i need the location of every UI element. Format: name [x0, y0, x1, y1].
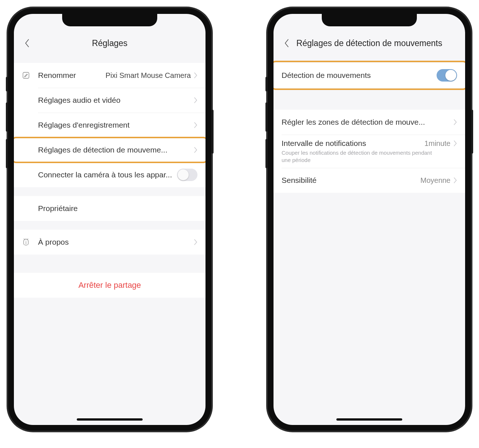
chevron-right-icon — [194, 122, 197, 128]
back-button[interactable] — [22, 38, 32, 48]
row-value: 1minute — [425, 139, 450, 148]
side-button — [211, 110, 214, 154]
row-motion-detection[interactable]: Réglages de détection de mouveme... — [14, 138, 205, 162]
page-title: Réglages de détection de mouvements — [278, 38, 461, 48]
row-label: Propriétaire — [38, 204, 197, 213]
phone-frame-left: Réglages Renommer Pixi Smart Mouse Camer… — [7, 7, 212, 432]
chevron-right-icon — [194, 147, 197, 153]
motion-settings-group: Régler les zones de détection de mouve..… — [274, 110, 465, 193]
chevron-left-icon — [284, 39, 289, 48]
chevron-right-icon — [453, 177, 457, 184]
row-label: Réglages audio et vidéo — [38, 96, 194, 105]
row-motion-toggle: Détection de mouvements — [274, 63, 465, 88]
home-indicator[interactable] — [77, 418, 143, 421]
row-label: Intervalle de notifications — [282, 139, 425, 148]
row-rename[interactable]: Renommer Pixi Smart Mouse Camera — [14, 63, 205, 88]
svg-rect-0 — [23, 72, 29, 79]
row-label: Sensibilité — [282, 176, 420, 185]
toggle-motion-detection[interactable] — [437, 69, 457, 82]
row-label: Réglages d'enregistrement — [38, 121, 194, 129]
row-subtitle: Couper les notifications de détection de… — [282, 149, 457, 163]
stop-sharing-label: Arrêter le partage — [78, 281, 141, 290]
chevron-right-icon — [453, 119, 457, 125]
row-label: À propos — [38, 238, 194, 246]
side-button — [6, 102, 8, 132]
side-button — [265, 139, 268, 168]
screen-left: Réglages Renommer Pixi Smart Mouse Camer… — [14, 14, 205, 425]
row-value: Pixi Smart Mouse Camera — [106, 71, 191, 80]
row-owner[interactable]: Propriétaire — [14, 196, 205, 221]
motion-toggle-group: Détection de mouvements — [274, 63, 465, 88]
page-title: Réglages — [73, 38, 146, 48]
chevron-left-icon — [24, 39, 30, 48]
svg-point-1 — [26, 241, 26, 241]
chevron-right-icon — [194, 97, 197, 103]
header: Réglages — [14, 32, 205, 54]
row-label: Connecter la caméra à tous les appar... — [38, 170, 177, 179]
row-recording[interactable]: Réglages d'enregistrement — [14, 113, 205, 138]
row-connect-all-devices: Connecter la caméra à tous les appar... — [14, 162, 205, 187]
toggle-connect-all[interactable] — [177, 169, 197, 181]
side-button — [6, 139, 8, 168]
back-button[interactable] — [282, 38, 292, 48]
settings-group-about: À propos — [14, 230, 205, 255]
row-interval[interactable]: Intervalle de notifications 1minute Coup… — [274, 135, 465, 168]
row-value: Moyenne — [420, 176, 450, 185]
chevron-right-icon — [194, 72, 197, 79]
settings-group-main: Renommer Pixi Smart Mouse Camera Réglage… — [14, 63, 205, 187]
stop-sharing-button[interactable]: Arrêter le partage — [14, 273, 205, 298]
row-zones[interactable]: Régler les zones de détection de mouve..… — [274, 110, 465, 135]
row-about[interactable]: À propos — [14, 230, 205, 255]
side-button — [265, 102, 268, 132]
row-label: Régler les zones de détection de mouve..… — [282, 118, 453, 127]
row-label: Renommer — [38, 71, 106, 80]
chevron-right-icon — [453, 140, 457, 147]
info-icon — [22, 238, 38, 246]
row-audio-video[interactable]: Réglages audio et vidéo — [14, 88, 205, 113]
settings-group-owner: Propriétaire — [14, 196, 205, 221]
row-label: Détection de mouvements — [282, 71, 437, 80]
header: Réglages de détection de mouvements — [274, 32, 465, 54]
side-button — [471, 110, 473, 154]
row-sensitivity[interactable]: Sensibilité Moyenne — [274, 168, 465, 193]
side-button — [265, 77, 268, 91]
chevron-right-icon — [194, 239, 197, 245]
screen-right: Réglages de détection de mouvements Déte… — [274, 14, 465, 425]
row-label: Réglages de détection de mouveme... — [38, 146, 194, 154]
notch — [322, 14, 417, 26]
phone-frame-right: Réglages de détection de mouvements Déte… — [267, 7, 472, 432]
home-indicator[interactable] — [336, 418, 402, 421]
side-button — [6, 77, 8, 91]
notch — [62, 14, 157, 26]
edit-icon — [22, 71, 38, 79]
